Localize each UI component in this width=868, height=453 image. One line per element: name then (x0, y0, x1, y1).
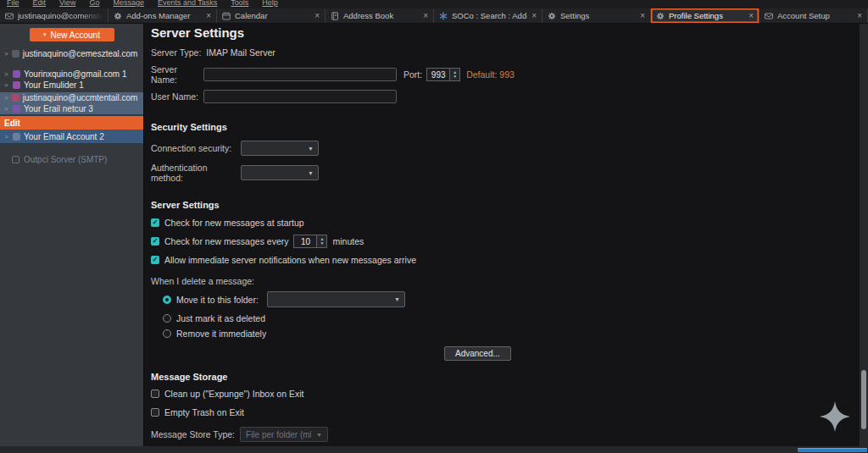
scrollbar-thumb[interactable] (861, 370, 866, 429)
chevron-down-icon: ▼ (308, 170, 314, 176)
checkbox-checked-icon[interactable]: ✓ (151, 218, 159, 227)
menu-message[interactable]: Message (113, 0, 144, 7)
expand-chevron-icon[interactable]: > (4, 94, 8, 102)
checkbox-unchecked-icon[interactable]: ✓ (151, 389, 159, 398)
auth-method-select[interactable]: ▼ (241, 165, 319, 180)
tab-account-setup[interactable]: Account Setup × (760, 8, 868, 23)
chevron-down-icon: ▼ (316, 432, 322, 438)
store-type-label: Message Store Type: (151, 429, 235, 439)
check-every-checkbox[interactable]: ✓ Check for new messages every 10 ▲ ▼ mi… (151, 235, 860, 248)
close-icon[interactable]: × (423, 12, 428, 20)
user-name-label: User Name: (151, 91, 203, 102)
close-icon[interactable]: × (314, 12, 320, 20)
remove-immediately-radio[interactable]: Remove it immediately (163, 329, 860, 339)
auth-method-label: Authentication method: (151, 163, 241, 183)
account-item-5-selected[interactable]: > Your Erail netcur 3 (0, 103, 143, 114)
outgoing-server-item[interactable]: Outpci Sorver (SMTP) (0, 153, 143, 165)
spin-down-icon[interactable]: ▼ (453, 75, 457, 79)
server-options-heading: Server Settings (151, 200, 860, 210)
radio-icon[interactable] (163, 314, 171, 323)
radio-icon[interactable] (163, 329, 171, 338)
minutes-value[interactable]: 10 (293, 235, 316, 248)
gear-icon (656, 12, 665, 20)
menu-go[interactable]: Go (89, 0, 99, 7)
expand-chevron-icon[interactable]: > (4, 133, 9, 141)
expand-chevron-icon[interactable]: > (4, 50, 8, 58)
tab-calendar[interactable]: Calendar × (217, 8, 326, 23)
check-startup-checkbox[interactable]: ✓ Check for new messages at startup (151, 218, 860, 228)
tab-soco-search-addons[interactable]: SOCo : Search : Add-ons × (434, 8, 542, 23)
account-label: Your Email Account 2 (24, 132, 104, 141)
tab-label: SOCo : Search : Add-ons (452, 11, 527, 20)
tab-profile-settings[interactable]: Profile Settings × (651, 8, 760, 23)
account-item-1[interactable]: > justinaquino@cemeszteal.com ★ (0, 48, 143, 59)
account-item-4-selected[interactable]: > justinaquino@uccmtentail.com ★ (0, 92, 143, 103)
account-icon (13, 70, 20, 78)
spin-down-icon[interactable]: ▼ (320, 241, 325, 246)
allow-notifications-checkbox[interactable]: ✓ Allow immediate server notifications w… (151, 255, 860, 265)
check-every-suffix: minutes (332, 236, 364, 246)
menu-file[interactable]: File (7, 0, 19, 7)
move-to-folder-radio[interactable]: Move it to this folder: ▼ (163, 291, 860, 307)
account-icon (12, 50, 19, 58)
account-item-2[interactable]: > Yourinxquino@gmail.com 1 (0, 69, 143, 80)
port-default: Default: 993 (466, 69, 515, 80)
check-every-prefix: Check for new messages every (164, 236, 288, 246)
connection-security-select[interactable]: ▼ (241, 141, 319, 156)
user-name-input[interactable] (203, 90, 397, 103)
tab-settings[interactable]: Settings × (542, 8, 651, 23)
minutes-spinner: 10 ▲ ▼ (293, 235, 327, 248)
checkbox-checked-icon[interactable]: ✓ (151, 237, 159, 246)
vertical-scrollbar[interactable] (860, 24, 868, 446)
server-name-label: Server Name: (151, 64, 203, 85)
account-icon (13, 133, 20, 141)
tab-mail-account[interactable]: justinaquino@comensteel.co (0, 8, 108, 23)
server-name-input[interactable] (203, 68, 397, 81)
account-label: Yourinxquino@gmail.com 1 (24, 69, 127, 79)
menu-tools[interactable]: Tools (231, 0, 248, 7)
port-value[interactable]: 993 (426, 68, 449, 81)
calendar-icon (222, 12, 231, 20)
tab-addons-manager[interactable]: Add-ons Manager × (108, 8, 217, 23)
empty-trash-checkbox[interactable]: ✓ Empty Trash on Exit (151, 407, 860, 417)
expand-chevron-icon[interactable]: > (4, 105, 9, 113)
account-icon (13, 81, 20, 89)
account-label: Your Erail netcur 3 (24, 104, 93, 113)
chevron-down-icon: ▼ (308, 146, 314, 152)
tab-label: Add-ons Manager (126, 11, 202, 20)
account-mail-icon (765, 12, 773, 20)
minutes-spin-buttons[interactable]: ▲ ▼ (316, 235, 327, 248)
close-icon[interactable]: × (640, 12, 645, 20)
cleanup-checkbox[interactable]: ✓ Clean up ("Expunge") Inbox on Exit (151, 389, 860, 399)
status-bar (0, 446, 868, 453)
close-icon[interactable]: × (206, 12, 211, 20)
tab-address-book[interactable]: Address Book × (326, 8, 434, 23)
account-item-6-selected[interactable]: > Your Email Account 2 (0, 130, 143, 143)
account-item-3[interactable]: > Your Emulider 1 (0, 80, 143, 91)
close-icon[interactable]: × (857, 12, 862, 20)
close-icon[interactable]: × (531, 12, 537, 20)
menu-view[interactable]: View (59, 0, 75, 7)
menu-edit[interactable]: Edit (33, 0, 47, 7)
port-label: Port: (403, 69, 422, 80)
radio-selected-icon[interactable] (163, 296, 171, 304)
menu-bar: File Edit View Go Message Events and Tas… (0, 0, 868, 8)
expand-chevron-icon[interactable]: > (4, 70, 9, 78)
edit-menu-item[interactable]: Edit (0, 116, 143, 130)
menu-help[interactable]: Help (262, 0, 278, 7)
menu-events-tasks[interactable]: Events and Tasks (158, 0, 217, 7)
close-icon[interactable]: × (748, 12, 754, 20)
account-icon (12, 94, 19, 102)
gear-icon (548, 12, 556, 20)
checkbox-checked-icon[interactable]: ✓ (151, 256, 159, 264)
expand-chevron-icon[interactable]: > (4, 81, 9, 89)
new-account-button[interactable]: ▾ New Account (30, 28, 114, 41)
checkbox-unchecked-icon[interactable]: ✓ (151, 408, 159, 417)
delete-folder-select[interactable]: ▼ (267, 291, 405, 307)
check-startup-label: Check for new messages at startup (164, 218, 304, 228)
mark-deleted-radio[interactable]: Just mark it as deleted (163, 313, 860, 323)
port-spin-buttons[interactable]: ▲ ▼ (449, 68, 460, 81)
advanced-button[interactable]: Advanced... (444, 346, 511, 361)
outgoing-server-label: Outpci Sorver (SMTP) (24, 155, 107, 164)
server-type-label: Server Type: (151, 47, 201, 58)
